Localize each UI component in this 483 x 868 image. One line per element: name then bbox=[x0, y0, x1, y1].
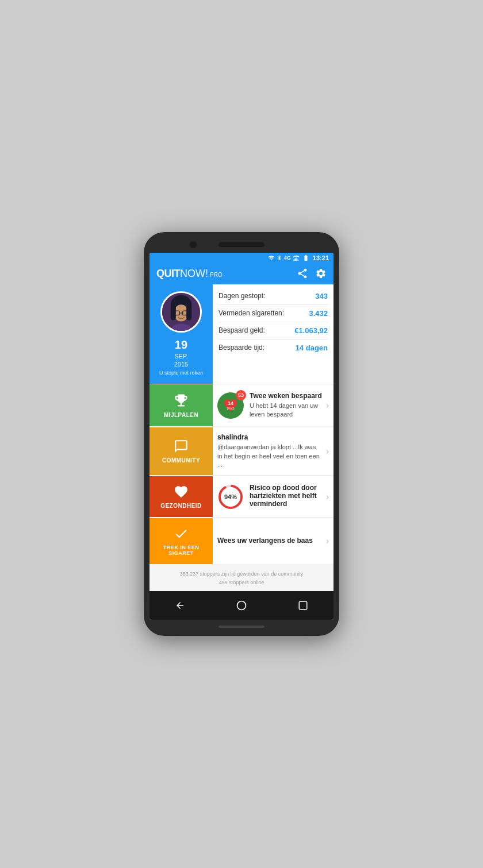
app-title-pro: PRO bbox=[210, 272, 223, 278]
svg-rect-20 bbox=[299, 601, 307, 609]
check-icon bbox=[174, 526, 189, 541]
community-label: COMMUNITY bbox=[162, 457, 200, 464]
stat-value-geld: €1.063,92 bbox=[294, 326, 328, 335]
stat-row-tijd: Bespaarde tijd: 14 dagen bbox=[218, 340, 328, 356]
community-right[interactable]: shalindra @daargaanwedan ja klopt ...Ik … bbox=[213, 427, 334, 475]
front-camera bbox=[190, 241, 197, 248]
profile-left: 19 SEP. 2015 U stopte met roken bbox=[150, 284, 213, 384]
4g-icon: 4G bbox=[284, 255, 291, 261]
mijlpalen-chevron: › bbox=[326, 400, 329, 411]
svg-rect-1 bbox=[294, 259, 296, 261]
footer-bar: 383.237 stoppers zijn lid geworden van d… bbox=[150, 565, 334, 591]
status-time: 13:21 bbox=[313, 254, 329, 261]
stat-label-dagen: Dagen gestopt: bbox=[218, 292, 265, 300]
gezondheid-content: Risico op dood door hartziekten met helf… bbox=[250, 484, 323, 510]
stat-row-sigaretten: Vermeden sigaretten: 3.432 bbox=[218, 305, 328, 322]
quit-date: 19 SEP. 2015 U stopte met roken bbox=[159, 337, 203, 377]
community-left: COMMUNITY bbox=[150, 427, 213, 475]
phone-top bbox=[150, 242, 334, 247]
gezondheid-left: GEZONDHEID bbox=[150, 476, 213, 517]
sigaret-right[interactable]: Wees uw verlangens de baas › bbox=[213, 518, 334, 564]
gezondheid-chevron: › bbox=[326, 492, 329, 502]
phone-speaker bbox=[218, 242, 264, 247]
stat-value-tijd: 14 dagen bbox=[296, 344, 328, 352]
gezondheid-right[interactable]: 94% Risico op dood door hartziekten met … bbox=[213, 476, 334, 517]
community-card[interactable]: COMMUNITY shalindra @daargaanwedan ja kl… bbox=[150, 427, 334, 475]
stat-value-dagen: 343 bbox=[315, 292, 328, 300]
sigaret-title: Wees uw verlangens de baas bbox=[217, 537, 323, 545]
share-icon[interactable] bbox=[297, 268, 308, 279]
svg-text:DAYS: DAYS bbox=[227, 407, 235, 410]
back-button[interactable] bbox=[171, 597, 189, 614]
gezondheid-card[interactable]: GEZONDHEID 94% Risico op dood door hartz… bbox=[150, 476, 334, 517]
settings-icon[interactable] bbox=[315, 268, 327, 279]
mijlpalen-card[interactable]: MIJLPALEN 14 DAYS 53 Twee weken bespaard bbox=[150, 384, 334, 426]
svg-text:94%: 94% bbox=[224, 493, 237, 500]
profile-section: 19 SEP. 2015 U stopte met roken Dagen ge… bbox=[150, 284, 334, 384]
stat-row-geld: Bespaard geld: €1.063,92 bbox=[218, 322, 328, 340]
svg-rect-12 bbox=[186, 304, 191, 321]
community-user: shalindra bbox=[217, 433, 323, 441]
mijlpalen-title: Twee weken bespaard bbox=[250, 392, 323, 400]
community-content: shalindra @daargaanwedan ja klopt ...Ik … bbox=[217, 433, 323, 469]
app-bar: QUIT NOW! PRO bbox=[150, 263, 334, 284]
home-indicator bbox=[218, 626, 264, 628]
mijlpalen-left: MIJLPALEN bbox=[150, 384, 213, 426]
svg-rect-0 bbox=[293, 259, 294, 261]
sigaret-content: Wees uw verlangens de baas bbox=[217, 537, 323, 546]
nav-bar bbox=[150, 591, 334, 620]
trophy-icon bbox=[173, 392, 189, 408]
app-title-quit: QUIT bbox=[156, 268, 180, 280]
footer-community-line1: 383.237 stoppers zijn lid geworden van d… bbox=[154, 570, 329, 578]
status-bar: 4G 13:21 bbox=[150, 253, 334, 263]
phone-frame: 4G 13:21 QUIT NOW bbox=[144, 232, 339, 636]
stat-row-dagen: Dagen gestopt: 343 bbox=[218, 288, 328, 305]
heart-icon bbox=[174, 484, 189, 499]
milestone-heart-icon: 14 DAYS bbox=[222, 397, 239, 414]
mijlpalen-content: Twee weken bespaard U hebt 14 dagen van … bbox=[250, 392, 323, 419]
stat-label-geld: Bespaard geld: bbox=[218, 326, 265, 334]
status-icons: 4G bbox=[268, 254, 310, 261]
profile-stats: Dagen gestopt: 343 Vermeden sigaretten: … bbox=[213, 284, 334, 384]
recent-button[interactable] bbox=[294, 597, 312, 614]
avatar-image bbox=[162, 293, 200, 331]
svg-point-19 bbox=[237, 601, 246, 610]
screen: 4G 13:21 QUIT NOW bbox=[150, 253, 334, 620]
svg-text:14: 14 bbox=[228, 400, 233, 406]
sigaret-label: TREK IN EEN SIGARET bbox=[163, 545, 200, 556]
chat-icon bbox=[174, 439, 189, 454]
app-bar-actions bbox=[297, 268, 327, 279]
mijlpalen-subtitle: U hebt 14 dagen van uw leven bespaard bbox=[250, 402, 323, 419]
sigaret-card[interactable]: TREK IN EEN SIGARET Wees uw verlangens d… bbox=[150, 518, 334, 564]
mijlpalen-right[interactable]: 14 DAYS 53 Twee weken bespaard U hebt 14… bbox=[213, 384, 334, 426]
avatar bbox=[160, 291, 202, 333]
gezondheid-label: GEZONDHEID bbox=[160, 503, 202, 509]
app-title-now: NOW! bbox=[180, 268, 208, 280]
battery-icon bbox=[301, 254, 310, 261]
mijlpalen-label: MIJLPALEN bbox=[164, 412, 198, 418]
sigaret-chevron: › bbox=[326, 536, 329, 546]
bluetooth-icon bbox=[277, 254, 282, 261]
footer-community-line2: 499 stoppers online bbox=[154, 578, 329, 587]
community-subtitle: @daargaanwedan ja klopt ...Ik was in het… bbox=[217, 443, 323, 469]
progress-circle: 94% bbox=[217, 484, 244, 510]
signal-icon bbox=[293, 254, 300, 261]
sigaret-left: TREK IN EEN SIGARET bbox=[150, 518, 213, 564]
gezondheid-title: Risico op dood door hartziekten met helf… bbox=[250, 484, 323, 508]
community-chevron: › bbox=[326, 446, 329, 457]
notification-badge: 53 bbox=[236, 390, 246, 400]
stat-label-tijd: Bespaarde tijd: bbox=[218, 344, 264, 352]
stat-label-sigaretten: Vermeden sigaretten: bbox=[218, 309, 284, 317]
svg-rect-11 bbox=[171, 304, 176, 321]
app-title: QUIT NOW! PRO bbox=[156, 268, 223, 280]
phone-bottom bbox=[150, 626, 334, 628]
milestone-badge: 14 DAYS 53 bbox=[217, 392, 244, 419]
home-button[interactable] bbox=[233, 597, 250, 614]
svg-rect-3 bbox=[297, 259, 298, 261]
svg-rect-4 bbox=[298, 259, 299, 261]
svg-rect-2 bbox=[296, 257, 297, 261]
stat-value-sigaretten: 3.432 bbox=[309, 309, 328, 318]
wifi-icon bbox=[268, 254, 275, 261]
